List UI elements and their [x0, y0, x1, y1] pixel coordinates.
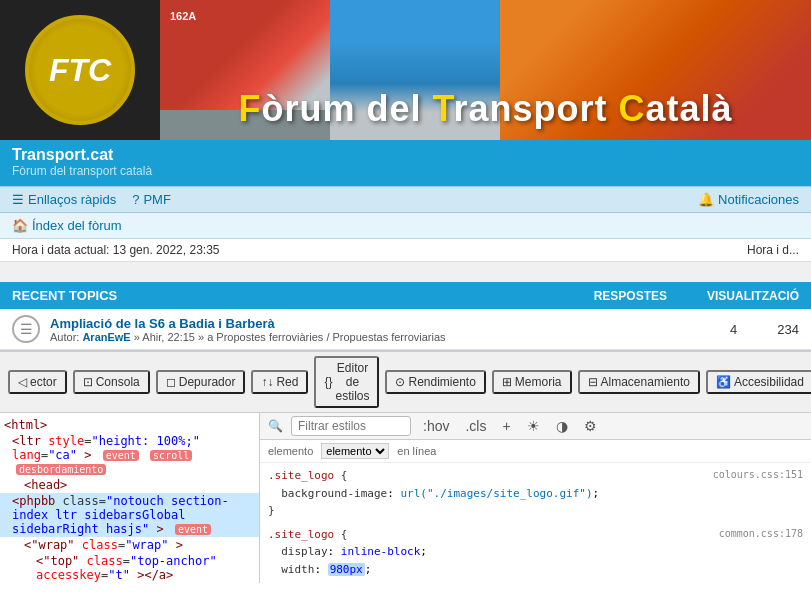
tab-network[interactable]: ↑↓ Red	[251, 370, 308, 394]
breadcrumb-home[interactable]: 🏠 Índex del fòrum	[12, 218, 122, 233]
topic-title[interactable]: Ampliació de la S6 a Badia i Barberà	[50, 316, 689, 331]
memory-icon: ⊞	[502, 375, 512, 389]
styles-panel: .site_logo colours.css:151 { background-…	[260, 463, 811, 583]
topics-header-right: RESPOSTES VISUALITZACIÓ	[594, 289, 799, 303]
home-icon: 🏠	[12, 218, 28, 233]
topic-stats: 4 234	[699, 322, 799, 337]
pmf-link[interactable]: ? PMF	[132, 192, 171, 207]
site-header: FTC Fòrum del Transport Català Transport…	[0, 0, 811, 186]
html-line[interactable]: <"wrap" class="wrap" >	[0, 537, 259, 553]
console-icon: ⊡	[83, 375, 93, 389]
tab-storage[interactable]: ⊟ Almacenamiento	[578, 370, 700, 394]
element-selector[interactable]: elemento	[321, 443, 389, 459]
help-icon: ?	[132, 192, 139, 207]
topics-header: RECENT TOPICS RESPOSTES VISUALITZACIÓ	[0, 282, 811, 309]
respostes-count: 4	[730, 322, 737, 337]
ftc-logo: FTC	[25, 15, 135, 125]
debugger-icon: ◻	[166, 375, 176, 389]
nav-left: ☰ Enllaços ràpids ? PMF	[12, 192, 171, 207]
site-subtitle: Fòrum del transport català	[12, 164, 799, 178]
current-date: Hora i data actual: 13 gen. 2022, 23:35	[12, 243, 220, 257]
tab-debugger[interactable]: ◻ Depurador	[156, 370, 246, 394]
nav-bar: ☰ Enllaços ràpids ? PMF 🔔 Notificaciones	[0, 186, 811, 213]
bell-icon: 🔔	[698, 192, 714, 207]
banner-images: Fòrum del Transport Català	[160, 0, 811, 140]
html-line[interactable]: <ltr style="height: 100%;" lang="ca" > e…	[0, 433, 259, 477]
logo-area: FTC	[0, 0, 160, 140]
quick-links[interactable]: ☰ Enllaços ràpids	[12, 192, 116, 207]
style-rule-2: .site_logo common.css:178 { display: inl…	[268, 526, 803, 583]
tab-console[interactable]: ⊡ Consola	[73, 370, 150, 394]
breadcrumb-bar: 🏠 Índex del fòrum	[0, 213, 811, 239]
color-btn[interactable]: ☀	[523, 416, 544, 436]
tab-performance[interactable]: ⊙ Rendimiento	[385, 370, 485, 394]
tab-selector[interactable]: ◁ ector	[8, 370, 67, 394]
topic-row: ☰ Ampliació de la S6 a Badia i Barberà A…	[0, 309, 811, 350]
tab-accessibility[interactable]: ♿ Accesibilidad	[706, 370, 811, 394]
hover-btn[interactable]: :hov	[419, 416, 453, 436]
dark-btn[interactable]: ◑	[552, 416, 572, 436]
date-bar: Hora i data actual: 13 gen. 2022, 23:35 …	[0, 239, 811, 262]
inline-label: en línea	[397, 445, 436, 457]
style-rule-1: .site_logo colours.css:151 { background-…	[268, 467, 803, 520]
menu-icon: ☰	[12, 192, 24, 207]
accessibility-icon: ♿	[716, 375, 731, 389]
topic-type-icon: ☰	[20, 321, 33, 337]
html-line[interactable]: <html>	[0, 417, 259, 433]
date-right: Hora i d...	[747, 243, 799, 257]
devtools-panel: ◁ ector ⊡ Consola ◻ Depurador ↑↓ Red {} …	[0, 350, 811, 583]
element-label: elemento	[268, 445, 313, 457]
topics-header-label: RECENT TOPICS	[12, 288, 117, 303]
filter-input[interactable]	[291, 416, 411, 436]
topic-content: Ampliació de la S6 a Badia i Barberà Aut…	[50, 316, 689, 343]
add-style-btn[interactable]: +	[498, 416, 514, 436]
settings-btn[interactable]: ⚙	[580, 416, 601, 436]
banner-title: Fòrum del Transport Català	[160, 88, 811, 130]
selector-icon: ◁	[18, 375, 27, 389]
visualitzacio-label: VISUALITZACIÓ	[707, 289, 799, 303]
style-editor-icon: {}	[324, 375, 332, 389]
respostes-label: RESPOSTES	[594, 289, 667, 303]
nav-right: 🔔 Notificaciones	[698, 192, 799, 207]
styles-toolbar: 🔍 :hov .cls + ☀ ◑ ⚙	[260, 413, 811, 440]
topic-author: Autor: AranEwE » Ahir, 22:15 » a Propost…	[50, 331, 689, 343]
devtools-toolbar: ◁ ector ⊡ Consola ◻ Depurador ↑↓ Red {} …	[0, 352, 811, 413]
devtools-main: <html> <ltr style="height: 100%;" lang="…	[0, 413, 811, 583]
html-line[interactable]: <head>	[0, 477, 259, 493]
tab-memory[interactable]: ⊞ Memoria	[492, 370, 572, 394]
site-title-bar: Transport.cat Fòrum del transport català	[0, 140, 811, 186]
visualitzacio-count: 234	[777, 322, 799, 337]
banner: FTC Fòrum del Transport Català	[0, 0, 811, 140]
recent-topics-section: RECENT TOPICS RESPOSTES VISUALITZACIÓ ☰ …	[0, 282, 811, 350]
html-line[interactable]: <"top" class="top-anchor" accesskey="t" …	[0, 553, 259, 583]
styles-panel-area: 🔍 :hov .cls + ☀ ◑ ⚙ elemento elemento en…	[260, 413, 811, 583]
filter-label: 🔍	[268, 419, 283, 433]
html-line-selected[interactable]: <phpbb class="notouch section-index ltr …	[0, 493, 259, 537]
site-title: Transport.cat	[12, 146, 799, 164]
performance-icon: ⊙	[395, 375, 405, 389]
tab-style-editor[interactable]: {} Editor de estilos	[314, 356, 379, 408]
author-link[interactable]: AranEwE	[82, 331, 130, 343]
cls-btn[interactable]: .cls	[461, 416, 490, 436]
topic-icon: ☰	[12, 315, 40, 343]
html-panel: <html> <ltr style="height: 100%;" lang="…	[0, 413, 260, 583]
storage-icon: ⊟	[588, 375, 598, 389]
spacer	[0, 262, 811, 282]
element-panel-header: elemento elemento en línea	[260, 440, 811, 463]
network-icon: ↑↓	[261, 375, 273, 389]
notifications-link[interactable]: 🔔 Notificaciones	[698, 192, 799, 207]
